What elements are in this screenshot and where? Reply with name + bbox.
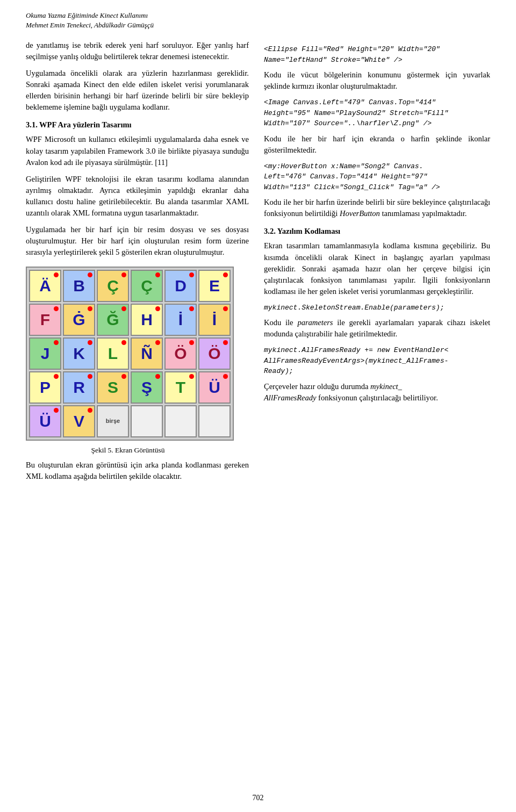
letter-dot xyxy=(54,306,59,311)
right-para4: Ekran tasarımları tamamlanmasıyla kodlam… xyxy=(264,240,490,297)
letter-dot xyxy=(223,272,228,277)
left-para5: Uygulamada her bir harf için bir resim d… xyxy=(26,224,249,258)
left-para2: Uygulamada öncelikli olarak ara yüzlerin… xyxy=(26,68,249,113)
letter-dot xyxy=(189,340,194,345)
letter-cell: Ç xyxy=(131,270,163,302)
left-para1: de yanıtlamış ise tebrik ederek yeni har… xyxy=(26,40,249,62)
code-block-1: <Ellipse Fill="Red" Height="20" Width="2… xyxy=(264,44,490,65)
letter-dot xyxy=(189,374,194,379)
letter-dot xyxy=(121,272,126,277)
letter-cell: S xyxy=(97,371,129,404)
left-para6: Bu oluşturulan ekran görüntüsü için arka… xyxy=(26,459,249,482)
letter-dot xyxy=(223,306,228,311)
letter-cell: T xyxy=(164,371,197,404)
letter-cell: H xyxy=(131,304,163,336)
code-block-2: <Image Canvas.Left="479" Canvas.Top="414… xyxy=(264,97,490,129)
letter-dot xyxy=(121,340,126,345)
header-line2: Mehmet Emin Tenekeci, Abdülkadir Gümüşçü xyxy=(26,20,490,30)
parameters-italic: parameters xyxy=(297,318,333,327)
figure-caption: Şekil 5. Ekran Görüntüsü xyxy=(26,445,230,456)
letter-dot xyxy=(88,272,92,277)
letter-cell: Ö xyxy=(164,337,197,370)
letter-dot xyxy=(223,374,228,379)
letter-cell: V xyxy=(63,405,95,437)
code-block-4: mykinect.SkeletonStream.Enable(parameter… xyxy=(264,303,490,313)
left-column: de yanıtlamış ise tebrik ederek yeni har… xyxy=(26,40,249,487)
letter-dot xyxy=(155,340,160,345)
letter-cell: Ö xyxy=(198,337,231,370)
letter-dot xyxy=(88,374,92,379)
letter-cell: P xyxy=(29,371,61,404)
letter-dot xyxy=(88,408,92,413)
letter-cell xyxy=(164,405,197,437)
right-para1: Kodu ile vücut bölgelerinin konumunu gös… xyxy=(264,69,490,92)
right-para5: Kodu ile parameters ile gerekli ayarlama… xyxy=(264,317,490,340)
letter-cell: R xyxy=(63,371,95,404)
letter-dot xyxy=(88,340,92,345)
letter-dot xyxy=(189,306,194,311)
letter-dot xyxy=(54,408,59,413)
letter-grid: ÄBÇÇDEFĠĞHİİJKLÑÖÖPRSŞTÜÜVbirşe xyxy=(26,267,234,441)
left-para4: Geliştirilen WPF teknolojisi ile ekran t… xyxy=(26,174,249,219)
section1-heading: 3.1. WPF Ara yüzlerin Tasarımı xyxy=(26,119,249,131)
letter-cell: L xyxy=(97,337,129,370)
letter-dot xyxy=(88,306,92,311)
letter-cell: Ü xyxy=(198,371,231,404)
right-para2: Kodu ile her bir harf için ekranda o har… xyxy=(264,133,490,156)
letter-cell: E xyxy=(198,270,231,302)
letter-cell: K xyxy=(63,337,95,370)
section2-heading: 3.2. Yazılım Kodlaması xyxy=(264,226,490,237)
two-column-layout: de yanıtlamış ise tebrik ederek yeni har… xyxy=(26,40,490,487)
code-block-3: <my:HoverButton x:Name="Song2" Canvas. L… xyxy=(264,161,490,193)
letter-dot xyxy=(223,340,228,345)
letter-cell: Ü xyxy=(29,405,61,437)
left-para3: WPF Microsoft un kullanıcı etkileşimli u… xyxy=(26,134,249,168)
letter-dot xyxy=(155,374,160,379)
header-line1: Okuma Yazma Eğitiminde Kinect Kullanımı xyxy=(26,11,490,20)
hoverbutton-italic: HoverButton xyxy=(340,209,380,218)
header: Okuma Yazma Eğitiminde Kinect Kullanımı … xyxy=(26,11,490,30)
letter-cell xyxy=(198,405,231,437)
letter-cell: Ä xyxy=(29,270,61,302)
letter-cell: B xyxy=(63,270,95,302)
letter-dot xyxy=(189,272,194,277)
letter-dot xyxy=(155,272,160,277)
letter-cell[interactable]: birşe xyxy=(97,405,129,437)
letter-dot xyxy=(155,306,160,311)
code-block-5: mykinect.AllFramesReady += new EventHand… xyxy=(264,345,490,377)
right-para3: Kodu ile her bir harfın üzerinde belirli… xyxy=(264,197,490,219)
right-column: <Ellipse Fill="Red" Height="20" Width="2… xyxy=(264,40,490,487)
letter-cell: Ş xyxy=(131,371,163,404)
letter-cell: D xyxy=(164,270,197,302)
page: Okuma Yazma Eğitiminde Kinect Kullanımı … xyxy=(0,0,516,812)
letter-dot xyxy=(121,306,126,311)
letter-cell: J xyxy=(29,337,61,370)
letter-dot xyxy=(121,374,126,379)
letter-dot xyxy=(54,272,59,277)
letter-cell: F xyxy=(29,304,61,336)
page-number: 702 xyxy=(253,793,264,803)
figure-container: ÄBÇÇDEFĠĞHİİJKLÑÖÖPRSŞTÜÜVbirşe Şekil 5.… xyxy=(26,267,249,456)
letter-cell: Ġ xyxy=(63,304,95,336)
letter-dot xyxy=(54,374,59,379)
letter-cell: İ xyxy=(164,304,197,336)
right-para6: Çerçeveler hazır olduğu durumda mykinect… xyxy=(264,381,490,404)
letter-cell: İ xyxy=(198,304,231,336)
letter-dot xyxy=(54,340,59,345)
letter-cell: Ñ xyxy=(131,337,163,370)
letter-cell xyxy=(131,405,163,437)
letter-cell: Ğ xyxy=(97,304,129,336)
letter-cell: Ç xyxy=(97,270,129,302)
